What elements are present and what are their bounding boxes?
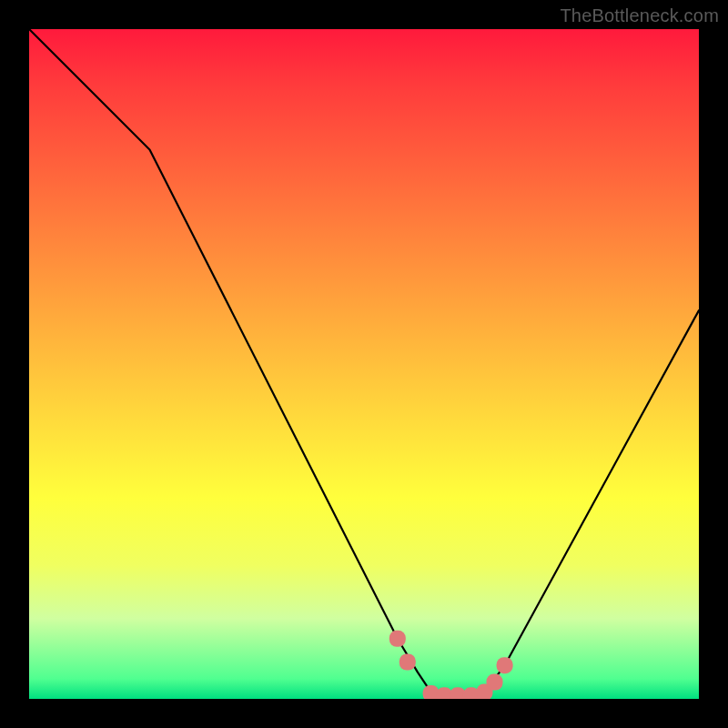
- marker-dot: [389, 631, 406, 647]
- chart-overlay: [29, 29, 699, 699]
- optimal-region-dots: [389, 631, 513, 699]
- chart-frame: TheBottleneck.com: [0, 0, 728, 728]
- marker-dot: [399, 654, 416, 671]
- watermark-text: TheBottleneck.com: [560, 5, 719, 26]
- bottleneck-curve: [29, 29, 699, 699]
- marker-dot: [497, 657, 513, 673]
- marker-dot: [487, 674, 503, 691]
